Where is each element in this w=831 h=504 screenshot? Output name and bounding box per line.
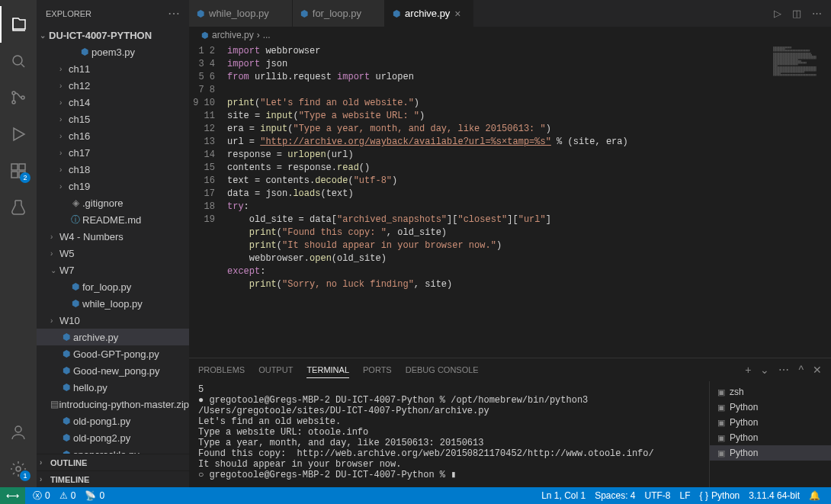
folder-item[interactable]: ›ch15: [37, 111, 189, 127]
panel-tab-debug-console[interactable]: DEBUG CONSOLE: [406, 362, 479, 377]
folder-item[interactable]: ›W5: [37, 245, 189, 262]
status-bar: ⟷ ⓧ 0 ⚠ 0 📡 0 Ln 1, Col 1 Spaces: 4 UTF-…: [0, 487, 831, 504]
file-item[interactable]: ◈.gitignore: [37, 194, 189, 211]
remote-indicator[interactable]: ⟷: [0, 487, 25, 504]
file-item[interactable]: ⬢while_loop.py: [37, 295, 189, 312]
py-icon: ⬢: [69, 298, 82, 309]
close-panel-icon[interactable]: ✕: [813, 364, 822, 376]
folder-item[interactable]: ›ch17: [37, 144, 189, 161]
status-ports[interactable]: 📡 0: [80, 490, 109, 501]
editor-tab[interactable]: ⬢while_loop.py×: [189, 0, 293, 27]
terminal-item[interactable]: ▣zsh: [710, 384, 831, 400]
editor-tab[interactable]: ⬢for_loop.py×: [293, 0, 385, 27]
file-item[interactable]: ▤introducing-python-master.zip: [37, 396, 189, 413]
status-interpreter[interactable]: 3.11.4 64-bit: [744, 490, 804, 501]
folder-item[interactable]: ›ch18: [37, 161, 189, 178]
py-icon: ⬢: [78, 47, 91, 57]
explorer-icon[interactable]: [0, 6, 37, 43]
folder-item[interactable]: ›W4 - Numbers: [37, 228, 189, 245]
sidebar-more-icon[interactable]: ⋯: [168, 6, 180, 21]
extensions-icon[interactable]: 2: [0, 152, 37, 189]
folder-item[interactable]: ›ch14: [37, 94, 189, 111]
panel-more-icon[interactable]: ⋯: [778, 364, 789, 376]
minimap[interactable]: █████████████████ ███████████ ██████████…: [770, 43, 831, 358]
maximize-panel-icon[interactable]: ^: [798, 364, 804, 376]
folder-item[interactable]: ›W10: [37, 312, 189, 329]
terminal-icon: ▣: [717, 448, 725, 458]
terminal-item[interactable]: ▣Python: [710, 430, 831, 445]
breadcrumb[interactable]: ⬢ archive.py › ...: [189, 27, 831, 43]
file-item[interactable]: ⬢Good-GPT-pong.py: [37, 345, 189, 362]
file-item[interactable]: ⬢hello.py: [37, 379, 189, 396]
py-icon: ⬢: [59, 432, 73, 443]
status-lang[interactable]: { } Python: [695, 490, 745, 501]
split-editor-icon[interactable]: ◫: [792, 8, 801, 19]
more-icon[interactable]: ⋯: [812, 8, 822, 19]
python-icon: ⬢: [197, 8, 204, 19]
panel-tab-output[interactable]: OUTPUT: [258, 362, 293, 377]
panel-tab-ports[interactable]: PORTS: [363, 362, 392, 377]
svg-rect-6: [11, 172, 18, 178]
status-cursor[interactable]: Ln 1, Col 1: [537, 490, 590, 501]
file-item[interactable]: ⬢for_loop.py: [37, 278, 189, 295]
py-icon: ⬢: [59, 416, 73, 426]
project-root[interactable]: ⌄ DU-ICT-4007-PYTHON: [37, 27, 189, 43]
chevron-icon: ›: [50, 316, 59, 325]
close-icon[interactable]: ×: [454, 8, 465, 20]
testing-icon[interactable]: [0, 189, 37, 226]
terminal-item[interactable]: ▣Python: [710, 415, 831, 430]
file-item[interactable]: ⬢poem3.py: [37, 43, 189, 60]
run-debug-icon[interactable]: [0, 116, 37, 152]
status-errors[interactable]: ⓧ 0: [28, 490, 55, 502]
code-area[interactable]: 1 2 3 4 5 6 7 8 9 10 11 12 13 14 15 16 1…: [189, 43, 831, 358]
terminal-dropdown-icon[interactable]: ⌄: [760, 364, 769, 376]
notifications-icon[interactable]: 🔔: [804, 490, 825, 501]
run-icon[interactable]: ▷: [774, 8, 781, 19]
chevron-right-icon: ›: [40, 475, 50, 483]
folder-item[interactable]: ›ch19: [37, 178, 189, 194]
folder-item[interactable]: ›ch11: [37, 60, 189, 77]
terminal-icon: ▣: [717, 387, 725, 397]
chevron-icon: ›: [59, 165, 69, 174]
folder-item[interactable]: ›ch16: [37, 127, 189, 144]
status-eol[interactable]: LF: [675, 490, 695, 501]
terminal-icon: ▣: [717, 403, 725, 413]
editor-tab[interactable]: ⬢archive.py×: [385, 0, 473, 27]
file-item[interactable]: ⬢Good-new_pong.py: [37, 362, 189, 379]
settings-badge: 1: [20, 470, 30, 481]
status-encoding[interactable]: UTF-8: [640, 490, 675, 501]
status-warnings[interactable]: ⚠ 0: [55, 490, 81, 501]
file-item[interactable]: ⬢old-pong2.py: [37, 429, 189, 446]
terminal-item[interactable]: ▣Python: [710, 400, 831, 415]
chevron-icon: ›: [50, 233, 59, 241]
timeline-section[interactable]: › TIMELINE: [37, 470, 189, 487]
settings-icon[interactable]: 1: [0, 451, 37, 487]
account-icon[interactable]: [0, 414, 37, 451]
search-icon[interactable]: [0, 43, 37, 79]
panel-tab-terminal[interactable]: TERMINAL: [306, 362, 349, 378]
new-terminal-icon[interactable]: +: [745, 364, 751, 376]
status-spaces[interactable]: Spaces: 4: [590, 490, 640, 501]
terminal-output[interactable]: 5 ● gregotoole@Gregs-MBP-2 DU-ICT-4007-P…: [189, 381, 709, 487]
chevron-icon: ›: [50, 249, 59, 258]
terminal-item[interactable]: ▣Python: [710, 445, 831, 461]
panel-actions: + ⌄ ⋯ ^ ✕: [745, 364, 822, 376]
svg-point-8: [15, 426, 21, 432]
file-item[interactable]: ⬢old-pong1.py: [37, 413, 189, 429]
file-item[interactable]: ⬢archive.py: [37, 329, 189, 345]
code-content[interactable]: import webbrowser import json from urlli…: [227, 43, 770, 358]
folder-item[interactable]: ⌄W7: [37, 262, 189, 278]
folder-item[interactable]: ›ch12: [37, 77, 189, 94]
zip-icon: ▤: [50, 399, 59, 409]
terminal-list: ▣zsh▣Python▣Python▣Python▣Python: [709, 381, 831, 487]
chevron-down-icon: ⌄: [40, 31, 49, 40]
file-item[interactable]: ⬢snapcrackle.py: [37, 446, 189, 454]
source-control-icon[interactable]: [0, 79, 37, 116]
py-icon: ⬢: [59, 348, 73, 359]
chevron-icon: ›: [59, 132, 69, 140]
svg-rect-4: [11, 164, 18, 170]
file-item[interactable]: ⓘREADME.md: [37, 211, 189, 228]
project-label: DU-ICT-4007-PYTHON: [49, 30, 152, 41]
outline-section[interactable]: › OUTLINE: [37, 454, 189, 470]
panel-tab-problems[interactable]: PROBLEMS: [198, 362, 245, 377]
